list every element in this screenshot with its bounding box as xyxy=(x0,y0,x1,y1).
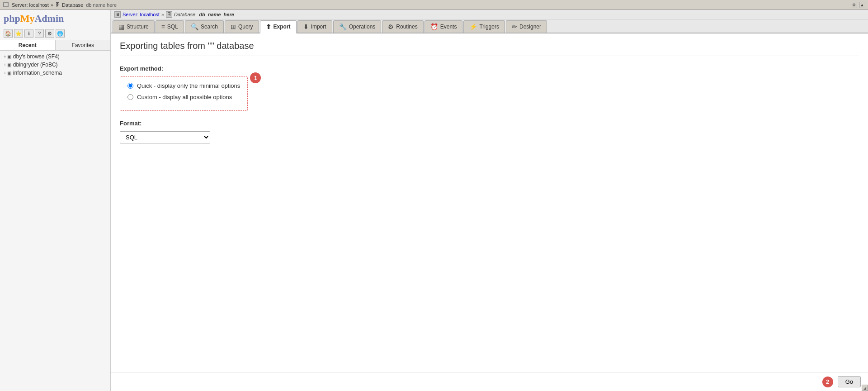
bottom-bar: 2 Go ◢ xyxy=(111,372,868,391)
tab-events[interactable]: ⏰ Events xyxy=(425,20,463,33)
svg-rect-1 xyxy=(4,3,8,6)
format-label: Format: xyxy=(120,120,859,127)
tab-search[interactable]: 🔍 Search xyxy=(185,20,224,33)
breadcrumb-sep: » xyxy=(161,12,164,17)
info-icon[interactable]: ℹ xyxy=(24,29,33,38)
sidebar-tree: + ▣ dby's browse (SF4) + ▣ dbingryder (F… xyxy=(0,51,110,391)
star-icon[interactable]: ⭐ xyxy=(14,29,23,38)
question-icon[interactable]: ? xyxy=(35,29,44,38)
tree-item-db1[interactable]: + ▣ dby's browse (SF4) xyxy=(2,52,108,61)
operations-icon: 🔧 xyxy=(339,23,347,30)
triggers-icon: ⚡ xyxy=(469,23,477,30)
logo-my: My xyxy=(20,13,35,24)
tree-label-db3: information_schema xyxy=(13,70,62,76)
format-section: Format: SQL CSV Excel XML JSON LaTeX PDF xyxy=(120,120,859,143)
tab-triggers[interactable]: ⚡ Triggers xyxy=(463,20,505,33)
tab-export[interactable]: ⬆ Export xyxy=(260,20,297,33)
tree-item-db2[interactable]: + ▣ dbingryder (FoBC) xyxy=(2,61,108,69)
breadcrumb-server[interactable]: Server: localhost xyxy=(123,12,160,17)
export-method-label: Export method: xyxy=(120,65,859,72)
search-icon: 🔍 xyxy=(191,23,198,30)
db-icon-2: ▣ xyxy=(7,62,11,67)
tree-item-db3[interactable]: + ▣ information_schema xyxy=(2,69,108,77)
topbar-db: Database xyxy=(62,2,83,8)
breadcrumb-db: Database xyxy=(174,12,195,17)
annotation-badge-2: 2 xyxy=(822,377,833,387)
tab-recent[interactable]: Recent xyxy=(0,40,56,50)
expand-icon-db1: + xyxy=(4,54,6,59)
tab-export-label: Export xyxy=(274,24,291,30)
query-icon: ⊞ xyxy=(231,23,236,30)
topbar-title: Server: localhost xyxy=(12,2,49,8)
tab-designer-label: Designer xyxy=(519,24,541,30)
resize-handle[interactable]: ◢ xyxy=(862,385,868,391)
tab-structure-label: Structure xyxy=(127,24,149,30)
settings-icon[interactable]: ⚙ xyxy=(45,29,54,38)
nav-tabs: ▦ Structure ≡ SQL 🔍 Search ⊞ Query ⬆ Exp… xyxy=(111,19,868,33)
topbar-sep: » xyxy=(51,2,53,8)
go-button[interactable]: Go xyxy=(838,376,861,387)
expand-icon-db3: + xyxy=(4,71,6,76)
page-title-prefix: Exporting tables from " xyxy=(120,41,211,51)
maximize-btn[interactable]: ▲ xyxy=(859,2,865,8)
sidebar: phpMyAdmin 🏠 ⭐ ℹ ? ⚙ 🌐 Recent Favorites … xyxy=(0,10,111,391)
sidebar-header: phpMyAdmin xyxy=(0,10,110,27)
events-icon: ⏰ xyxy=(430,23,438,30)
db-icon-1: ▣ xyxy=(7,54,11,59)
radio-custom-input[interactable] xyxy=(127,94,133,100)
radio-quick-label: Quick - display only the minimal options xyxy=(137,82,240,89)
tab-events-label: Events xyxy=(440,24,457,30)
tab-import[interactable]: ⬇ Import xyxy=(297,20,332,33)
format-select[interactable]: SQL CSV Excel XML JSON LaTeX PDF xyxy=(120,131,210,143)
radio-custom-label: Custom - display all possible options xyxy=(137,94,232,100)
sidebar-icons: 🏠 ⭐ ℹ ? ⚙ 🌐 xyxy=(0,27,110,40)
annotation-badge-1: 1 xyxy=(250,72,261,83)
logo-admin: Admin xyxy=(34,13,64,24)
export-icon: ⬆ xyxy=(266,23,271,30)
topbar-db-icon: 🗄 xyxy=(55,2,60,8)
breadcrumb-icon xyxy=(3,1,9,9)
tab-query[interactable]: ⊞ Query xyxy=(225,20,259,33)
tab-designer[interactable]: ✏ Designer xyxy=(506,20,547,33)
content-area: Exporting tables from "" database Export… xyxy=(111,33,868,372)
tab-routines[interactable]: ⚙ Routines xyxy=(382,20,423,33)
breadcrumb-bar: 🖥 Server: localhost » 🗄 Database db_name… xyxy=(111,10,868,19)
import-icon: ⬇ xyxy=(303,23,309,30)
server-icon: 🖥 xyxy=(114,11,121,18)
tab-favorites[interactable]: Favorites xyxy=(56,40,111,50)
db-icon-3: ▣ xyxy=(7,71,11,76)
tab-sql-label: SQL xyxy=(167,24,178,30)
breadcrumb-db-icon: 🗄 xyxy=(166,11,172,18)
tab-query-label: Query xyxy=(238,24,253,30)
tree-label-db1: dby's browse (SF4) xyxy=(13,53,60,60)
radio-quick[interactable]: Quick - display only the minimal options xyxy=(127,82,240,89)
tab-import-label: Import xyxy=(311,24,326,30)
designer-icon: ✏ xyxy=(512,23,517,30)
sql-icon: ≡ xyxy=(161,23,165,30)
routines-icon: ⚙ xyxy=(388,23,394,30)
page-title-suffix: " database xyxy=(211,41,254,51)
radio-custom[interactable]: Custom - display all possible options xyxy=(127,94,240,100)
page-title: Exporting tables from "" database xyxy=(120,41,859,56)
top-bar: Server: localhost » 🗄 Database db name h… xyxy=(0,0,868,10)
tab-operations-label: Operations xyxy=(349,24,376,30)
tab-search-label: Search xyxy=(201,24,218,30)
breadcrumb-dbname: db_name_here xyxy=(199,12,234,17)
expand-icon-db2: + xyxy=(4,62,6,67)
topbar-dbname: db name here xyxy=(86,2,117,8)
tab-structure[interactable]: ▦ Structure xyxy=(113,20,155,33)
sidebar-tabs: Recent Favorites xyxy=(0,40,110,51)
tab-triggers-label: Triggers xyxy=(479,24,499,30)
home-icon[interactable]: 🏠 xyxy=(4,29,13,38)
tab-operations[interactable]: 🔧 Operations xyxy=(333,20,382,33)
tree-label-db2: dbingryder (FoBC) xyxy=(13,62,58,68)
settings-btn[interactable]: ⚙ xyxy=(851,2,857,8)
structure-icon: ▦ xyxy=(118,23,124,30)
radio-quick-input[interactable] xyxy=(127,83,133,89)
pma-logo: phpMyAdmin xyxy=(4,13,64,24)
globe-icon[interactable]: 🌐 xyxy=(56,29,65,38)
tab-sql[interactable]: ≡ SQL xyxy=(156,20,184,33)
logo-php: php xyxy=(4,13,20,24)
export-method-box: Quick - display only the minimal options… xyxy=(120,76,248,111)
window-controls: ⚙ ▲ xyxy=(851,2,865,8)
